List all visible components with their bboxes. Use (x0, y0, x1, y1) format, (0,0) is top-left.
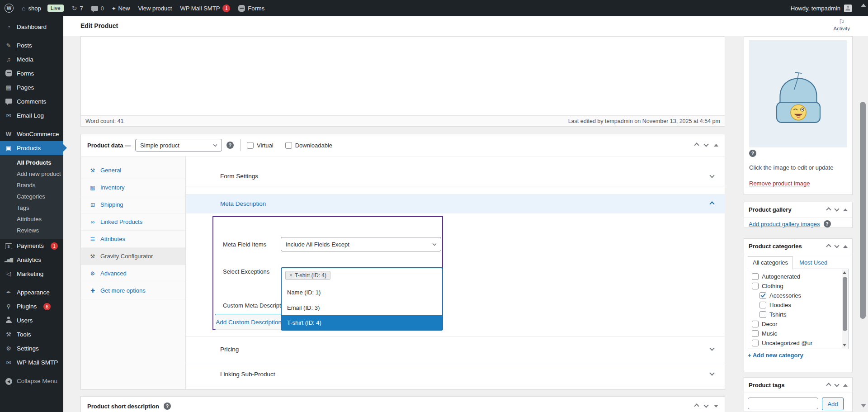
remove-tag-icon[interactable]: × (289, 272, 292, 279)
tab-general[interactable]: ⚒General (81, 162, 185, 179)
toggle-panel-icon[interactable] (714, 405, 718, 407)
sidebar-item-media[interactable]: ♫Media (0, 52, 63, 66)
category-item[interactable]: Hoodies (752, 300, 848, 310)
submenu-brands[interactable]: Brands (0, 180, 63, 191)
checkbox[interactable] (752, 273, 759, 280)
updates-menu[interactable]: ↻7 (72, 5, 83, 12)
add-gallery-images-link[interactable]: Add product gallery images (749, 221, 820, 227)
add-new-category-link[interactable]: + Add new category (748, 352, 803, 359)
category-item[interactable]: Autogenerated (752, 272, 848, 281)
help-icon[interactable]: ? (226, 142, 234, 149)
checkbox[interactable] (285, 142, 292, 149)
scroll-up-icon[interactable] (843, 271, 846, 274)
sidebar-item-pages[interactable]: ▤Pages (0, 81, 63, 95)
product-type-select[interactable]: Simple product (135, 139, 222, 152)
sidebar-item-woocommerce[interactable]: WWooCommerce (0, 127, 63, 141)
checkbox[interactable] (752, 330, 759, 337)
category-item[interactable]: Music (752, 329, 848, 338)
move-down-icon[interactable] (834, 243, 839, 248)
category-item[interactable]: Uncategorized @ur (752, 338, 848, 348)
select-exceptions-multiselect[interactable]: ×T-shirt (ID: 4) Name (ID: 1) Email (ID:… (281, 267, 443, 331)
tag-input[interactable] (748, 398, 818, 409)
toggle-panel-icon[interactable] (843, 208, 848, 211)
view-product-link[interactable]: View product (138, 5, 172, 12)
toggle-panel-icon[interactable] (843, 384, 848, 387)
product-categories-header[interactable]: Product categories (744, 239, 852, 254)
option-email[interactable]: Email (ID: 3) (282, 302, 442, 313)
accordion-form-settings[interactable]: Form Settings (186, 166, 725, 186)
scrollbar-thumb[interactable] (843, 277, 847, 331)
virtual-checkbox[interactable]: Virtual (247, 142, 274, 149)
activity-button[interactable]: ⚐ Activity (834, 18, 850, 31)
tab-gravity-configurator[interactable]: ⚒Gravity Configurator (81, 248, 185, 265)
checkbox[interactable] (752, 340, 759, 346)
wordpress-menu[interactable]: W (5, 4, 14, 13)
meta-field-items-select[interactable]: Include All Fields Except (281, 237, 441, 251)
comments-menu[interactable]: 0 (91, 5, 104, 12)
checkbox[interactable] (760, 311, 766, 318)
sidebar-item-wp-mail-smtp[interactable]: ✉WP Mail SMTP (0, 355, 63, 369)
sidebar-item-forms[interactable]: Forms (0, 66, 63, 81)
sidebar-item-posts[interactable]: ✎Posts (0, 38, 63, 52)
sidebar-item-settings[interactable]: ⚙Settings (0, 341, 63, 355)
new-content-menu[interactable]: +New (112, 5, 130, 12)
checkbox[interactable] (247, 142, 254, 149)
site-menu[interactable]: ⌂shop (22, 5, 41, 12)
submenu-attributes[interactable]: Attributes (0, 213, 63, 225)
category-item[interactable]: Decor (752, 319, 848, 329)
tab-most-used[interactable]: Most Used (799, 259, 827, 269)
help-icon[interactable]: ? (164, 403, 171, 410)
sidebar-item-plugins[interactable]: ⚲Plugins6 (0, 299, 63, 313)
submenu-categories[interactable]: Categories (0, 191, 63, 202)
submenu-tags[interactable]: Tags (0, 202, 63, 213)
checkbox[interactable] (752, 283, 759, 289)
option-tshirt[interactable]: T-shirt (ID: 4) (282, 315, 442, 330)
scroll-down-icon[interactable] (843, 344, 846, 346)
tab-inventory[interactable]: ▧Inventory (81, 179, 185, 196)
move-up-icon[interactable] (694, 142, 699, 147)
wp-mail-smtp-menu[interactable]: WP Mail SMTP1 (180, 5, 230, 12)
help-icon[interactable]: ? (824, 220, 831, 227)
move-up-icon[interactable] (826, 207, 831, 212)
add-custom-description-button[interactable]: Add Custom Description (215, 314, 283, 330)
tab-linked-products[interactable]: ∞Linked Products (81, 213, 185, 231)
accordion-linking-sub-product[interactable]: Linking Sub-Product (186, 361, 725, 387)
downloadable-checkbox[interactable]: Downloadable (285, 142, 332, 149)
move-down-icon[interactable] (703, 142, 708, 147)
category-item[interactable]: Tshirts (752, 310, 848, 319)
tab-shipping[interactable]: ⊞Shipping (81, 196, 185, 213)
accordion-meta-description[interactable]: Meta Description (186, 194, 725, 213)
product-image[interactable] (749, 40, 847, 147)
short-description-header[interactable]: Product short description ? (81, 397, 725, 412)
sidebar-item-email-log[interactable]: ✉Email Log (0, 109, 63, 123)
submenu-add-new-product[interactable]: Add new product (0, 168, 63, 180)
move-down-icon[interactable] (703, 403, 708, 407)
checkbox[interactable] (760, 302, 766, 308)
move-down-icon[interactable] (834, 382, 839, 387)
sidebar-item-payments[interactable]: $Payments1 (0, 239, 63, 253)
account-menu[interactable]: Howdy, tempadmin (791, 5, 852, 12)
accordion-pricing[interactable]: Pricing (186, 336, 725, 362)
submenu-reviews[interactable]: Reviews (0, 225, 63, 236)
sidebar-item-dashboard[interactable]: ◔Dashboard (0, 20, 63, 34)
page-scroll-up-icon[interactable] (861, 4, 866, 7)
move-up-icon[interactable] (826, 383, 831, 388)
move-up-icon[interactable] (826, 244, 831, 249)
submenu-all-products[interactable]: All Products (0, 157, 63, 168)
help-icon[interactable]: ? (749, 150, 756, 157)
tab-get-more-options[interactable]: ✚Get more options (81, 282, 185, 299)
tab-advanced[interactable]: ⚙Advanced (81, 265, 185, 282)
page-scroll-down-icon[interactable] (861, 404, 866, 407)
sidebar-item-marketing[interactable]: ◁Marketing (0, 267, 63, 281)
collapse-menu-button[interactable]: ◀Collapse Menu (0, 374, 63, 388)
toggle-panel-icon[interactable] (843, 245, 848, 248)
toggle-panel-icon[interactable] (714, 144, 718, 147)
selected-tag[interactable]: ×T-shirt (ID: 4) (285, 271, 330, 280)
forms-menu[interactable]: Forms (238, 5, 264, 12)
page-scrollbar-thumb[interactable] (860, 102, 866, 319)
checkbox[interactable] (752, 321, 759, 327)
sidebar-item-users[interactable]: Users (0, 313, 63, 327)
sidebar-item-tools[interactable]: ⚒Tools (0, 327, 63, 341)
category-item[interactable]: Clothing (752, 281, 848, 291)
tab-all-categories[interactable]: All categories (748, 256, 793, 270)
